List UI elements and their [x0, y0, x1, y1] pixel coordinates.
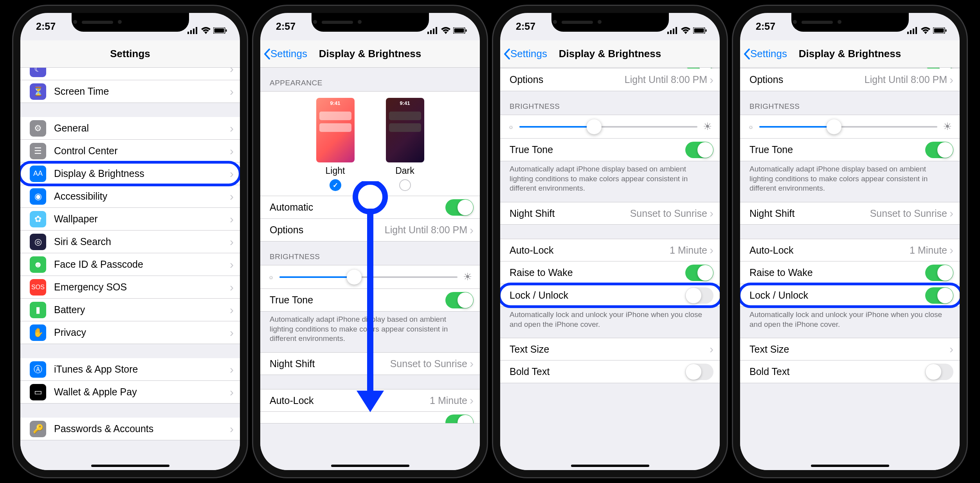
nightshift-row[interactable]: Night Shift Sunset to Sunrise ›	[260, 352, 480, 375]
cell-label: Face ID & Passcode	[54, 259, 227, 270]
lock-unlock-toggle[interactable]	[685, 287, 713, 304]
options-row[interactable]: Options Light Until 8:00 PM ›	[740, 68, 960, 91]
content[interactable]: Options Light Until 8:00 PM › BRIGHTNESS…	[740, 68, 960, 470]
autolock-row[interactable]: Auto-Lock 1 Minute ›	[260, 389, 480, 412]
notch	[72, 13, 189, 32]
settings-row-control-center[interactable]: ☰ Control Center ›	[20, 140, 240, 162]
appearance-dark[interactable]: 9:41 Dark	[386, 98, 424, 191]
home-indicator[interactable]	[571, 465, 649, 467]
autolock-detail: 1 Minute	[430, 395, 467, 406]
light-radio[interactable]	[330, 179, 341, 191]
home-indicator[interactable]	[811, 465, 889, 467]
automatic-label: Automatic	[270, 202, 445, 213]
lock-unlock-row[interactable]: Lock / Unlock	[740, 284, 960, 307]
brightness-slider-row: ☼ ☀	[260, 265, 480, 289]
lock-unlock-row[interactable]: Lock / Unlock	[500, 284, 720, 307]
truetone-toggle[interactable]	[685, 142, 713, 158]
truetone-toggle[interactable]	[925, 142, 953, 158]
settings-row-faceid[interactable]: ☻ Face ID & Passcode ›	[20, 253, 240, 276]
autolock-row[interactable]: Auto-Lock 1 Minute ›	[740, 239, 960, 261]
bold-text-toggle[interactable]	[925, 364, 953, 380]
lock-unlock-toggle[interactable]	[925, 287, 953, 304]
settings-row-accessibility[interactable]: ◉ Accessibility ›	[20, 185, 240, 208]
phone-2: 2:57 Settings Display & Brightness APPEA…	[252, 5, 488, 478]
autolock-row[interactable]: Auto-Lock 1 Minute ›	[500, 239, 720, 261]
settings-row-general[interactable]: ⚙︎ General ›	[20, 117, 240, 140]
nightshift-row[interactable]: Night Shift Sunset to Sunrise ›	[500, 202, 720, 225]
bold-text-row[interactable]: Bold Text	[740, 360, 960, 383]
svg-rect-19	[673, 29, 674, 34]
content[interactable]: Options Light Until 8:00 PM › BRIGHTNESS…	[500, 68, 720, 470]
brightness-slider[interactable]	[279, 276, 458, 278]
settings-row-siri[interactable]: ◎ Siri & Search ›	[20, 231, 240, 253]
automatic-toggle[interactable]	[445, 199, 474, 216]
content[interactable]: ☾ › ⏳ Screen Time › ⚙︎ General › ☰ Contr…	[20, 68, 240, 470]
settings-row-itunes[interactable]: Ⓐ iTunes & App Store ›	[20, 358, 240, 381]
back-button[interactable]: Settings	[743, 48, 787, 60]
raise-to-wake-row[interactable]: Raise to Wake	[740, 261, 960, 284]
status-time: 2:57	[756, 21, 775, 40]
options-row[interactable]: Options Light Until 8:00 PM ›	[500, 68, 720, 91]
settings-row-wallpaper[interactable]: ✿ Wallpaper ›	[20, 208, 240, 231]
brightness-slider[interactable]	[759, 126, 937, 128]
hand-icon: ✋	[30, 324, 46, 341]
nav-title: Display & Brightness	[319, 48, 422, 60]
chevron-icon: ›	[230, 144, 234, 158]
brightness-slider[interactable]	[519, 126, 697, 128]
appearance-light[interactable]: 9:41 Light	[316, 98, 355, 191]
brightness-slider-row: ☼ ☀	[740, 115, 960, 139]
back-button[interactable]: Settings	[263, 48, 307, 60]
dark-thumbnail: 9:41	[386, 98, 424, 162]
sun-small-icon: ☼	[508, 123, 514, 130]
settings-row-do-not-disturb[interactable]: ☾ ›	[20, 68, 240, 80]
truetone-label: True Tone	[510, 144, 685, 155]
text-size-row[interactable]: Text Size ›	[500, 338, 720, 360]
svg-rect-7	[427, 32, 429, 34]
home-indicator[interactable]	[91, 465, 169, 467]
settings-row-passwords[interactable]: 🔑 Passwords & Accounts ›	[20, 418, 240, 440]
text-size-row[interactable]: Text Size ›	[740, 338, 960, 360]
svg-rect-25	[910, 30, 912, 34]
lock-unlock-footer: Automatically lock and unlock your iPhon…	[740, 307, 960, 335]
truetone-row[interactable]: True Tone	[740, 139, 960, 161]
back-label: Settings	[270, 48, 307, 60]
home-indicator[interactable]	[331, 465, 409, 467]
truetone-row[interactable]: True Tone	[500, 139, 720, 161]
cell-label: Wallet & Apple Pay	[54, 386, 227, 398]
settings-row-screen-time[interactable]: ⏳ Screen Time ›	[20, 80, 240, 103]
settings-row-emergency-sos[interactable]: SOS Emergency SOS ›	[20, 276, 240, 299]
bold-text-toggle[interactable]	[685, 364, 713, 380]
dark-radio[interactable]	[399, 179, 411, 191]
settings-row-display-brightness[interactable]: AA Display & Brightness ›	[20, 162, 240, 185]
back-button[interactable]: Settings	[503, 48, 547, 60]
signal-icon	[427, 27, 438, 34]
chevron-icon: ›	[230, 326, 234, 339]
automatic-row[interactable]: Automatic	[260, 196, 480, 219]
raise-to-wake-toggle[interactable]	[685, 265, 713, 281]
wifi-icon	[921, 27, 931, 34]
truetone-row[interactable]: True Tone	[260, 289, 480, 312]
text-size-label: Text Size	[510, 344, 707, 355]
chevron-icon: ›	[949, 73, 953, 87]
nightshift-row[interactable]: Night Shift Sunset to Sunrise ›	[740, 202, 960, 225]
settings-row-battery[interactable]: ▮ Battery ›	[20, 299, 240, 321]
settings-row-wallet[interactable]: ▭ Wallet & Apple Pay ›	[20, 381, 240, 404]
notch	[551, 13, 669, 32]
phone-1: 2:57 Settings ☾ › ⏳ Screen Time ›	[12, 5, 248, 478]
autolock-label: Auto-Lock	[510, 245, 670, 256]
signal-icon	[907, 27, 918, 34]
bold-text-row[interactable]: Bold Text	[500, 360, 720, 383]
raise-to-wake-row[interactable]: Raise to Wake	[500, 261, 720, 284]
raise-to-wake-toggle[interactable]	[925, 265, 953, 281]
chevron-icon: ›	[470, 394, 474, 407]
textsize-icon: AA	[30, 166, 46, 182]
settings-row-privacy[interactable]: ✋ Privacy ›	[20, 321, 240, 344]
toggle[interactable]	[445, 415, 474, 424]
options-row[interactable]: Options Light Until 8:00 PM ›	[260, 219, 480, 242]
svg-rect-1	[190, 30, 192, 34]
chevron-left-icon	[743, 48, 751, 60]
truetone-toggle[interactable]	[445, 292, 474, 308]
partial-next-row[interactable]	[260, 412, 480, 424]
content[interactable]: APPEARANCE 9:41 Light 9:41	[260, 68, 480, 470]
hourglass-icon: ⏳	[30, 83, 46, 100]
